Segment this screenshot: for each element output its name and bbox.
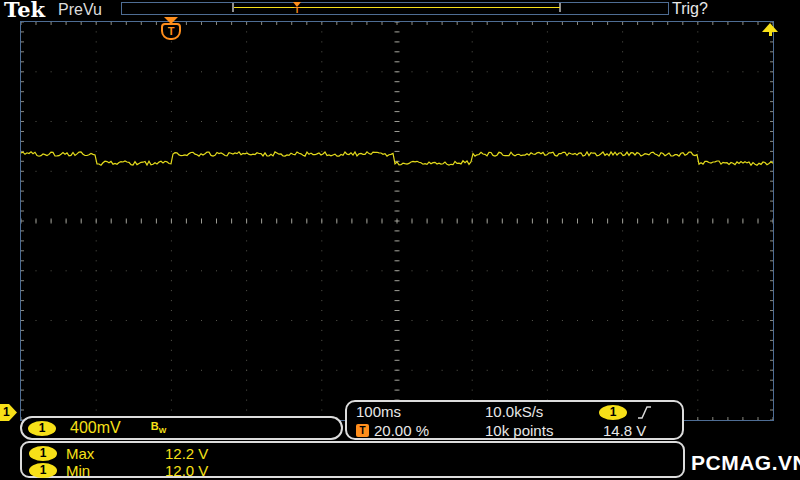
measurement-row: 1 Max 12.2 V (22, 445, 683, 462)
trigger-status-label: Trig? (672, 0, 708, 18)
bandwidth-limit-icon: BW (151, 420, 167, 435)
watermark: PCMAG.VN (691, 451, 800, 475)
bw-sub: W (159, 427, 167, 436)
channel1-readout-box: 1 400mV BW (20, 416, 343, 440)
trigger-t-badge-small: T (356, 424, 369, 437)
waveform-plot (21, 22, 773, 420)
measurements-box: 1 Max 12.2 V 1 Min 12.0 V (20, 441, 685, 478)
measurement-value: 12.0 V (165, 462, 208, 479)
trigger-position-mini-marker-icon: T (291, 2, 303, 14)
measurement-row: 1 Min 12.0 V (22, 462, 683, 479)
channel1-badge: 1 (29, 463, 57, 478)
trigger-source-badge: 1 (599, 405, 627, 420)
trigger-level-offscreen-arrow-icon (762, 23, 778, 36)
sample-rate-label: 10.0kS/s (485, 403, 543, 420)
acquisition-mode-label: PreVu (58, 1, 102, 19)
record-length-label: 10k points (485, 422, 553, 439)
channel1-scale-label: 400mV (70, 419, 121, 437)
bw-main: B (151, 420, 159, 432)
timebase-label: 100ms (356, 403, 401, 420)
measurement-name: Min (66, 462, 90, 479)
horizontal-trigger-readout-box: 100ms 10.0kS/s 1 T 20.00 % 10k points 14… (345, 400, 684, 440)
measurement-name: Max (66, 445, 94, 462)
trigger-position-label: 20.00 % (374, 422, 429, 439)
record-waveform-line (234, 7, 560, 8)
graticule: T (20, 21, 774, 421)
record-view-bar: T (121, 2, 669, 15)
channel1-position-marker: 1 (0, 404, 17, 421)
trigger-t-label: T (294, 6, 300, 14)
measurement-value: 12.2 V (165, 445, 208, 462)
tek-logo: Tek (4, 0, 45, 22)
channel1-badge: 1 (28, 421, 56, 436)
trigger-position-marker-icon: T (159, 17, 183, 40)
rising-edge-icon (637, 405, 653, 420)
trigger-t-badge: T (161, 23, 181, 40)
trigger-level-label: 14.8 V (603, 422, 646, 439)
channel1-badge: 1 (29, 446, 57, 461)
arrow-up-icon (762, 23, 778, 32)
arrow-stem (769, 32, 772, 36)
